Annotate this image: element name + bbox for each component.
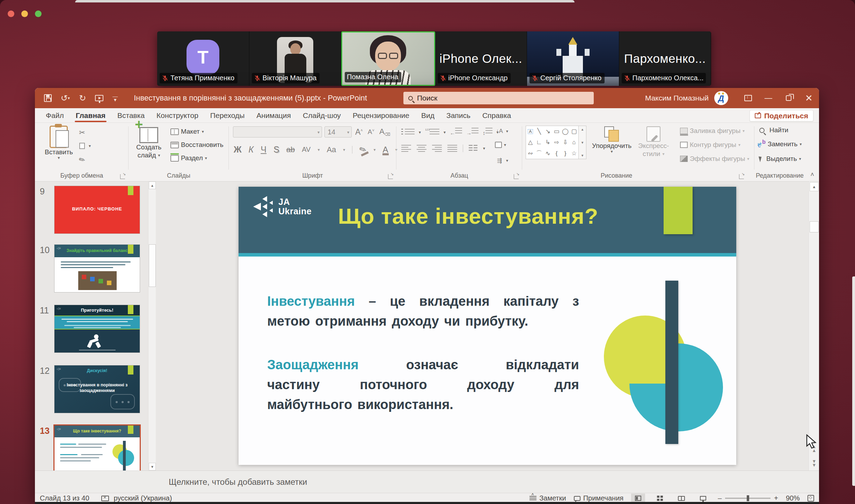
align-right-button[interactable] [432,145,442,152]
tab-insert[interactable]: Вставка [111,108,151,123]
zoom-out-button[interactable]: – [718,494,722,502]
paragraph-dialog-launcher[interactable] [514,174,519,179]
slide-canvas[interactable]: JAUkraine Що таке інвестування? Інвестув… [239,187,736,465]
shape-effects-button[interactable]: Эффекты фигуры▾ [680,155,749,163]
clipboard-dialog-launcher[interactable] [120,174,125,179]
zoom-slider[interactable]: – + [718,494,778,502]
font-name-combobox[interactable]: ▾ [233,126,322,138]
decrease-font-size-button[interactable]: A˅ [368,128,374,136]
thumbnail-scrollbar[interactable]: ▲ ▼ [148,181,156,470]
next-slide-button[interactable]: ▼▼ [810,459,819,467]
participant-tile[interactable]: Пархоменко... Пархоменко Олекса... [619,31,711,86]
zoom-percentage[interactable]: 90% [786,494,800,502]
new-slide-button[interactable]: Создать слайд▾ [136,127,161,159]
slide-thumbnail-10[interactable]: ◁≡ Знайдіть правильний баланс [54,244,140,292]
increase-indent-button[interactable]: → [466,128,478,136]
participant-tile[interactable]: T Тетяна Примаченко [157,31,249,86]
thumbnail-scroll-up[interactable]: ▲ [149,181,156,189]
change-case-button[interactable]: Aa [327,145,336,154]
zoom-in-button[interactable]: + [774,494,778,502]
tab-design[interactable]: Конструктор [151,108,204,123]
tab-review[interactable]: Рецензирование [347,108,415,123]
slide-sorter-view-button[interactable] [653,494,667,502]
layout-button[interactable]: Макет▾ [170,128,204,135]
close-window-button[interactable] [8,10,14,17]
columns-button[interactable] [469,145,477,152]
copy-button[interactable]: ▾ [78,142,91,150]
decrease-indent-button[interactable]: ← [450,128,462,136]
tab-record[interactable]: Запись [440,108,476,123]
cut-button[interactable]: ✂ [78,128,87,137]
arrange-button[interactable]: Упорядочить▾ [592,126,631,153]
language-button[interactable]: русский (Украина) [114,494,172,502]
tab-transitions[interactable]: Переходы [204,108,251,123]
thumbnail-scroll-down[interactable]: ▼ [149,463,156,470]
quick-styles-button[interactable]: Экспресс- стили▾ [638,126,669,158]
notes-pane[interactable]: Щелкните, чтобы добавить заметки [35,470,819,493]
ribbon-display-options-button[interactable] [738,88,758,108]
start-slideshow-icon[interactable] [95,95,103,101]
font-dialog-launcher[interactable] [388,174,393,179]
character-spacing-button[interactable]: AV [302,146,310,154]
spellcheck-icon[interactable] [101,496,109,501]
shapes-gallery-scroll[interactable]: ▴▾▾ [579,126,586,159]
slide-paragraph-investing[interactable]: Інвестування–цевкладеннякапіталузметоюот… [267,291,579,331]
align-text-button[interactable]: ▾ [495,142,506,148]
bullets-button[interactable] [405,129,415,136]
select-button[interactable]: Выделить▾ [759,155,801,163]
text-direction-button[interactable]: ↓A▾ [495,127,508,135]
increase-font-size-button[interactable]: A˄ [355,127,363,137]
minimize-button[interactable]: — [758,88,779,108]
underline-button[interactable]: Ч [261,144,266,155]
reading-view-button[interactable] [674,494,688,502]
font-color-button[interactable]: А [383,146,388,153]
bold-button[interactable]: Ж [234,144,242,155]
normal-view-button[interactable] [631,494,645,502]
format-painter-button[interactable]: ✎ [78,156,87,164]
convert-to-smartart-button[interactable]: ⇶▾ [495,156,508,165]
numbering-button[interactable] [430,129,439,136]
slideshow-view-button[interactable] [696,494,710,502]
tab-slideshow[interactable]: Слайд-шоу [297,108,347,123]
shape-outline-button[interactable]: Контур фигуры▾ [680,141,740,149]
participant-tile-active-speaker[interactable]: Помазна Олена [341,31,435,86]
undo-icon[interactable]: ↺▾ [61,93,70,103]
account-user-name[interactable]: Максим Помазный [645,94,709,102]
shape-fill-button[interactable]: Заливка фигуры▾ [680,127,745,135]
tab-view[interactable]: Вид [415,108,440,123]
paste-button[interactable]: Вставить▾ [45,126,73,160]
main-vertical-scrollbar[interactable]: ▲ ▲▲ ▼▼ [809,181,819,470]
replace-button[interactable]: bcЗаменить▾ [758,140,802,148]
italic-button[interactable]: К [249,144,254,155]
participant-tile[interactable]: iPhone Олек... iPhone Олександр [435,31,527,86]
align-center-button[interactable] [417,145,426,152]
redo-icon[interactable]: ↻ [79,93,86,103]
account-avatar[interactable]: Д [714,91,728,105]
text-shadow-button[interactable]: S [273,144,279,155]
search-input[interactable]: Поиск [403,92,594,104]
fullscreen-window-button[interactable] [35,10,42,17]
slide-title[interactable]: Що таке інвестування? [239,203,698,229]
tab-file[interactable]: Файл [40,108,70,123]
align-left-button[interactable] [401,145,411,152]
fit-slide-to-window-button[interactable] [808,495,814,502]
font-size-combobox[interactable]: 14▾ [324,126,352,138]
find-button[interactable]: Найти [759,126,788,134]
close-button[interactable]: ✕ [799,88,819,108]
scroll-thumb[interactable] [810,221,819,232]
tab-home[interactable]: Главная [70,108,111,123]
thumbnail-scroll-thumb[interactable] [149,244,156,287]
participant-tile[interactable]: Вікторія Машура [249,31,342,86]
comments-toggle-button[interactable]: Примечания [574,494,623,502]
justify-button[interactable] [447,145,457,152]
scroll-up-button[interactable]: ▲ [810,182,819,191]
strikethrough-button[interactable]: ab [286,145,295,154]
slide-thumbnail-9[interactable]: ВИПАЛО: ЧЕРВОНЕ [54,186,140,234]
reset-slide-button[interactable]: Восстановить [170,141,224,149]
slide-thumbnail-12[interactable]: ◁≡ Дискусія! Інвестування в порівнянні з… [54,365,140,413]
participant-tile[interactable]: Сергій Столяренко [527,31,619,86]
line-spacing-button[interactable]: ↕ [483,128,492,136]
tab-animations[interactable]: Анимация [250,108,297,123]
restore-button[interactable] [779,88,799,108]
section-button[interactable]: Раздел▾ [170,154,207,162]
